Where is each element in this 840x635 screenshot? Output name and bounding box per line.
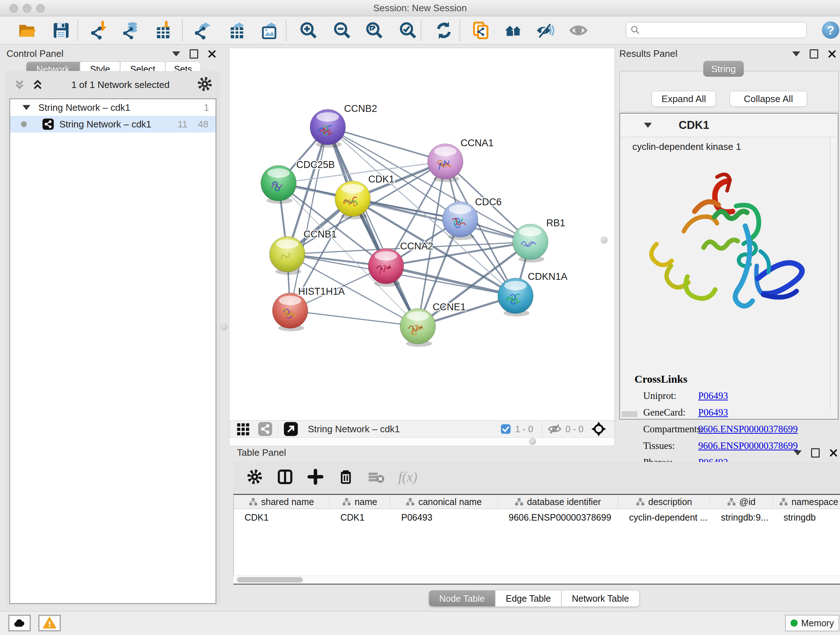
close-panel-icon[interactable] bbox=[208, 50, 216, 58]
cell-canonical-name[interactable]: P06493 bbox=[390, 512, 498, 523]
cell-name[interactable]: CDK1 bbox=[330, 512, 390, 523]
crosslink-link[interactable]: P06493 bbox=[698, 407, 728, 418]
column-header-database-identifier[interactable]: database identifier bbox=[498, 495, 618, 509]
crosslink-link[interactable]: P06493 bbox=[698, 390, 728, 402]
hidden-eye-icon bbox=[547, 422, 562, 436]
search-field[interactable] bbox=[641, 25, 803, 35]
tab-edge-table[interactable]: Edge Table bbox=[495, 590, 561, 607]
edge-CCNB2-HIST1H1A[interactable] bbox=[290, 127, 328, 310]
string-view-icon[interactable] bbox=[257, 421, 273, 437]
column-header-description[interactable]: description bbox=[618, 495, 710, 509]
open-in-window-icon[interactable] bbox=[283, 421, 298, 437]
float-panel-icon[interactable] bbox=[810, 49, 818, 59]
import-database-icon[interactable] bbox=[122, 21, 141, 40]
zoom-out-icon[interactable] bbox=[332, 21, 352, 40]
network-canvas[interactable]: CCNB2CCNA1CDC25BCDK1CDC6RB1CCNB1CCNA2CDK… bbox=[229, 48, 615, 445]
collapse-panel-icon[interactable] bbox=[172, 51, 180, 57]
cell-database-identifier[interactable]: 9606.ENSP00000378699 bbox=[498, 512, 618, 523]
selected-checkbox-icon[interactable] bbox=[500, 423, 512, 435]
protein-card-header[interactable]: CDK1 bbox=[620, 114, 838, 137]
cloud-button[interactable] bbox=[8, 615, 31, 631]
refresh-icon[interactable] bbox=[434, 21, 454, 40]
horizontal-splitter[interactable] bbox=[229, 437, 615, 445]
table-add-icon[interactable] bbox=[307, 469, 324, 485]
import-network-icon[interactable] bbox=[90, 21, 109, 40]
cell-namespace[interactable]: stringdb bbox=[773, 512, 840, 523]
node-CDC25B[interactable]: CDC25B bbox=[261, 159, 335, 204]
results-button-bar: Expand All Collapse All bbox=[619, 71, 838, 112]
node-RB1[interactable]: RB1 bbox=[513, 218, 565, 263]
tab-network-table[interactable]: Network Table bbox=[561, 590, 639, 607]
table-delete-icon[interactable] bbox=[338, 469, 354, 485]
table-columns-icon[interactable] bbox=[277, 469, 294, 485]
memory-button[interactable]: Memory bbox=[785, 615, 839, 631]
network-graph[interactable]: CCNB2CCNA1CDC25BCDK1CDC6RB1CCNB1CCNA2CDK… bbox=[229, 48, 615, 420]
collapse-card-icon[interactable] bbox=[644, 123, 652, 128]
warning-button[interactable] bbox=[38, 615, 61, 631]
results-hscrollbar[interactable] bbox=[622, 411, 638, 417]
node-CDKN1A[interactable]: CDKN1A bbox=[498, 271, 568, 317]
table-gear-icon[interactable] bbox=[246, 469, 263, 485]
export-table-icon[interactable] bbox=[227, 21, 247, 40]
column-header-namespace[interactable]: namespace bbox=[773, 495, 840, 509]
node-table[interactable]: shared namenamecanonical namedatabase id… bbox=[233, 494, 840, 585]
table-toolbar: f(x) bbox=[233, 462, 840, 492]
expand-all-icon[interactable] bbox=[31, 78, 44, 91]
float-panel-icon[interactable] bbox=[189, 49, 198, 59]
splitter-handle-icon[interactable] bbox=[529, 438, 536, 445]
edge-CCNA2-CDKN1A[interactable] bbox=[386, 266, 515, 296]
snapshot-icon[interactable] bbox=[471, 21, 491, 40]
export-image-icon[interactable] bbox=[259, 21, 279, 40]
edge-CCNB2-CCNA1[interactable] bbox=[328, 127, 445, 162]
table-hscrollbar[interactable] bbox=[233, 576, 840, 584]
float-panel-icon[interactable] bbox=[811, 448, 820, 458]
table-header-row[interactable]: shared namenamecanonical namedatabase id… bbox=[234, 495, 840, 509]
collapse-all-button[interactable]: Collapse All bbox=[729, 91, 807, 107]
help-button[interactable]: ? bbox=[822, 21, 839, 39]
cell-description[interactable]: cyclin-dependent ... bbox=[618, 512, 710, 523]
edge-CCNE1-HIST1H1A[interactable] bbox=[290, 310, 418, 326]
zoom-selected-icon[interactable] bbox=[398, 21, 418, 40]
search-input[interactable] bbox=[626, 22, 807, 38]
network-row-selected[interactable]: String Network – cdk1 11 48 bbox=[10, 116, 216, 133]
close-panel-icon[interactable] bbox=[828, 50, 836, 58]
right-splitter-handle-icon[interactable] bbox=[600, 236, 608, 244]
warning-icon bbox=[42, 616, 57, 630]
save-session-icon[interactable] bbox=[51, 21, 71, 40]
grid-view-icon[interactable] bbox=[236, 421, 251, 437]
show-eye-icon[interactable] bbox=[569, 21, 588, 40]
home-networks-icon[interactable] bbox=[503, 21, 523, 40]
column-header-name[interactable]: name bbox=[330, 495, 390, 509]
network-options-gear-icon[interactable] bbox=[197, 76, 213, 93]
column-header-shared-name[interactable]: shared name bbox=[234, 495, 330, 509]
birdseye-nav-icon[interactable] bbox=[591, 421, 607, 437]
crosslink-link[interactable]: 9606.ENSP00000378699 bbox=[698, 424, 798, 435]
cell-@id[interactable]: stringdb:9... bbox=[710, 512, 773, 523]
scrollbar-thumb[interactable] bbox=[237, 577, 303, 583]
zoom-fit-icon[interactable] bbox=[365, 21, 384, 40]
expand-all-button[interactable]: Expand All bbox=[652, 91, 716, 107]
left-splitter-handle-icon[interactable] bbox=[220, 323, 227, 331]
results-vscrollbar[interactable] bbox=[830, 138, 835, 412]
column-header-canonical-name[interactable]: canonical name bbox=[390, 495, 498, 509]
network-tree: String Network – cdk1 1 String Network –… bbox=[9, 98, 216, 604]
network-collection-row[interactable]: String Network – cdk1 1 bbox=[10, 99, 216, 116]
collapse-all-icon[interactable] bbox=[13, 78, 26, 91]
tab-node-table[interactable]: Node Table bbox=[429, 590, 495, 607]
collapse-panel-icon[interactable] bbox=[794, 450, 802, 455]
crosslink-label: GeneCard: bbox=[643, 407, 698, 418]
table-row[interactable]: CDK1CDK1P064939606.ENSP00000378699cyclin… bbox=[234, 509, 840, 526]
cell-shared-name[interactable]: CDK1 bbox=[234, 512, 330, 523]
open-session-icon[interactable] bbox=[17, 21, 37, 40]
node-HIST1H1A[interactable]: HIST1H1A bbox=[272, 286, 345, 331]
column-header-@id[interactable]: @id bbox=[710, 495, 773, 509]
zoom-in-icon[interactable] bbox=[299, 21, 318, 40]
hide-eye-icon[interactable] bbox=[535, 21, 554, 40]
tree-expand-icon[interactable] bbox=[22, 105, 30, 110]
tab-string[interactable]: String bbox=[703, 61, 744, 77]
export-network-icon[interactable] bbox=[194, 21, 213, 40]
collapse-panel-icon[interactable] bbox=[792, 51, 800, 57]
import-table-icon[interactable] bbox=[153, 21, 173, 40]
close-panel-icon[interactable] bbox=[829, 448, 838, 457]
network-view-title: String Network – cdk1 bbox=[308, 424, 500, 435]
